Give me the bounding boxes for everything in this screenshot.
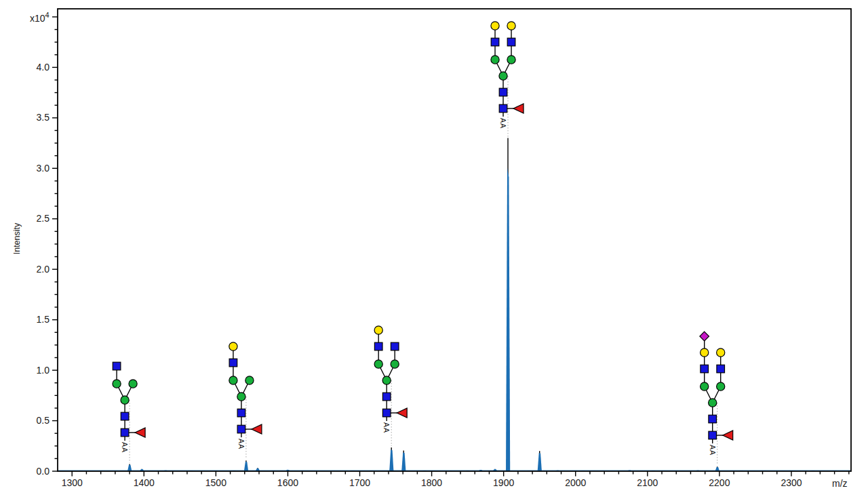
glcnac-symbol — [374, 342, 382, 351]
glcnac-symbol — [709, 431, 717, 439]
man-symbol — [382, 376, 391, 384]
glycan-annotation: AA — [229, 342, 262, 459]
x-tick-label: 1900 — [493, 477, 514, 488]
peak — [244, 460, 248, 471]
x-tick-label: 2200 — [709, 477, 730, 488]
gal-symbol — [374, 326, 382, 334]
man-symbol — [709, 399, 717, 407]
x-tick-label: 1700 — [349, 477, 370, 488]
fuc-symbol — [723, 431, 733, 440]
peak — [715, 466, 719, 471]
gal-symbol — [701, 348, 709, 357]
glcnac-symbol — [709, 415, 717, 423]
y-scale-base: x10 — [30, 13, 45, 24]
y-tick-label: 0.5 — [37, 415, 50, 426]
man-symbol — [245, 376, 254, 384]
man-symbol — [507, 56, 515, 64]
gal-symbol — [229, 342, 237, 351]
y-tick-label: 1.5 — [37, 314, 50, 325]
y-scale-label: x104 — [30, 11, 50, 24]
aa-tag-label: AA — [237, 439, 245, 450]
x-tick-label: 1300 — [62, 477, 83, 488]
man-symbol — [491, 56, 499, 64]
peak — [538, 451, 542, 471]
x-axis-title: m/z — [832, 478, 848, 489]
fuc-symbol — [397, 408, 407, 418]
axis-ticks — [52, 17, 849, 477]
glcnac-symbol — [507, 38, 515, 46]
mass-spectrum-view: 1300140015001600170018001900200021002200… — [0, 0, 868, 499]
y-tick-label: 2.0 — [37, 264, 50, 275]
glcnac-symbol — [229, 359, 237, 367]
glycan-annotation: AA — [374, 326, 407, 446]
glcnac-symbol — [391, 342, 399, 351]
glcnac-symbol — [382, 409, 391, 417]
peak — [127, 464, 132, 471]
glcnac-symbol — [701, 365, 709, 373]
gal-symbol — [491, 22, 499, 30]
x-tick-label: 1800 — [421, 477, 442, 488]
x-tick-label: 1500 — [205, 477, 226, 488]
peak — [256, 468, 260, 471]
man-symbol — [701, 382, 709, 391]
peak — [506, 138, 510, 471]
fuc-symbol — [135, 428, 145, 437]
aa-tag-label: AA — [709, 445, 717, 456]
peak — [389, 447, 393, 471]
fuc-symbol — [252, 424, 262, 434]
y-tick-label: 2.5 — [37, 213, 50, 224]
glycan-annotation: AA — [491, 22, 524, 137]
peak — [493, 469, 497, 471]
glcnac-symbol — [121, 428, 129, 437]
peak — [401, 450, 406, 471]
glcnac-symbol — [382, 393, 391, 401]
man-symbol — [129, 380, 137, 388]
peak — [140, 469, 144, 471]
x-tick-label: 2300 — [781, 477, 802, 488]
neu5ac-symbol — [700, 332, 709, 341]
glycan-annotation: AA — [700, 332, 733, 465]
glcnac-symbol — [237, 425, 245, 433]
aa-tag-label: AA — [499, 118, 507, 129]
y-axis-title: Intensity — [12, 223, 22, 255]
aa-tag-label: AA — [382, 422, 391, 433]
man-symbol — [113, 380, 121, 388]
x-tick-label: 1600 — [277, 477, 298, 488]
man-symbol — [391, 360, 399, 368]
man-symbol — [717, 382, 725, 391]
x-tick-label: 2000 — [565, 477, 586, 488]
x-tick-label: 1400 — [134, 477, 155, 488]
man-symbol — [499, 72, 507, 80]
glcnac-symbol — [113, 362, 121, 370]
gal-symbol — [507, 22, 515, 30]
glcnac-symbol — [499, 88, 507, 96]
glcnac-symbol — [499, 104, 507, 113]
y-tick-label: 1.0 — [37, 365, 50, 376]
glcnac-symbol — [491, 38, 499, 46]
glcnac-symbol — [237, 409, 245, 417]
fuc-symbol — [513, 104, 524, 113]
glcnac-symbol — [121, 412, 129, 420]
x-tick-label: 2100 — [637, 477, 658, 488]
man-symbol — [374, 360, 382, 368]
y-tick-label: 4.0 — [37, 62, 50, 73]
man-symbol — [229, 376, 237, 384]
y-scale-exponent: 4 — [45, 11, 50, 19]
y-tick-label: 3.5 — [37, 112, 50, 123]
glcnac-symbol — [717, 365, 725, 373]
spectrum-canvas: 1300140015001600170018001900200021002200… — [0, 0, 868, 499]
gal-symbol — [717, 348, 725, 357]
aa-tag-label: AA — [121, 442, 129, 453]
man-symbol — [121, 396, 129, 404]
glycan-annotation: AA — [113, 362, 145, 462]
man-symbol — [237, 393, 245, 401]
y-tick-label: 0.0 — [37, 466, 50, 477]
axis-tick-labels: 1300140015001600170018001900200021002200… — [37, 62, 802, 488]
plot-frame — [58, 9, 851, 471]
y-tick-label: 3.0 — [37, 163, 50, 174]
